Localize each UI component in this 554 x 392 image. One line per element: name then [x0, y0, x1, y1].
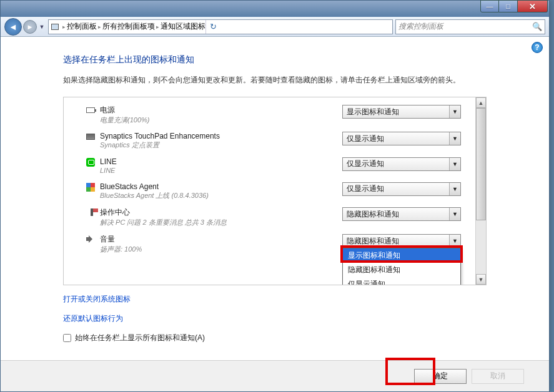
chevron-down-icon: ▼	[449, 208, 460, 220]
chevron-down-icon: ▼	[449, 132, 460, 145]
footer-bar: 确定 取消	[1, 360, 549, 391]
battery-icon	[86, 107, 95, 113]
item-sub: 扬声器: 100%	[100, 245, 336, 253]
item-sub: 解决 PC 问题 2 条重要消息 总共 3 条消息	[100, 218, 336, 227]
history-dropdown[interactable]: ▼	[38, 24, 46, 30]
breadcrumb-sep: ▸	[156, 24, 159, 30]
breadcrumb-sep: ▸	[62, 24, 66, 30]
flag-icon	[91, 208, 93, 216]
behavior-combo[interactable]: 显示图标和通知 ▼	[342, 105, 461, 119]
refresh-button[interactable]: ↻	[205, 20, 220, 34]
search-input[interactable]: 搜索控制面板 🔍	[395, 19, 545, 34]
ok-button[interactable]: 确定	[414, 369, 467, 384]
chevron-down-icon: ▼	[449, 105, 460, 118]
always-show-row: 始终在任务栏上显示所有图标和通知(A)	[63, 333, 487, 343]
window-buttons: — □ ✕	[480, 0, 548, 12]
list-item: 电源 电量充满(100%) 显示图标和通知 ▼	[64, 101, 486, 128]
scroll-thumb[interactable]	[476, 108, 486, 220]
item-sub: 电量充满(100%)	[100, 115, 336, 124]
volume-icon	[86, 235, 95, 243]
breadcrumb-item[interactable]: 控制面板	[67, 21, 97, 32]
list-item: BlueStacks Agent BlueStacks Agent 上线 (0.…	[64, 179, 486, 203]
item-name: 电源	[100, 105, 336, 115]
cancel-button[interactable]: 取消	[472, 369, 524, 384]
behavior-dropdown: 显示图标和通知 隐藏图标和通知 仅显示通知	[342, 248, 461, 285]
computer-icon	[51, 24, 59, 30]
search-icon[interactable]: 🔍	[532, 22, 542, 31]
page-title: 选择在任务栏上出现的图标和通知	[63, 54, 487, 66]
restore-defaults-link[interactable]: 还原默认图标行为	[63, 314, 123, 323]
item-name: LINE	[100, 157, 336, 166]
combo-value: 隐藏图标和通知	[347, 209, 399, 220]
system-icons-link[interactable]: 打开或关闭系统图标	[63, 295, 131, 303]
list-item: 操作中心 解决 PC 问题 2 条重要消息 总共 3 条消息 隐藏图标和通知 ▼	[64, 203, 486, 230]
behavior-combo[interactable]: 仅显示通知 ▼	[342, 157, 461, 171]
combo-value: 仅显示通知	[347, 159, 384, 169]
chevron-down-icon: ▼	[449, 158, 460, 170]
behavior-combo[interactable]: 隐藏图标和通知 ▼	[342, 234, 461, 248]
bluestacks-icon	[86, 183, 95, 192]
scrollbar[interactable]: ▲ ▼	[475, 97, 486, 285]
list-item: 音量 扬声器: 100% 隐藏图标和通知 ▼ 显示图标和通知 隐藏图标和通知 仅…	[64, 230, 486, 257]
item-sub: BlueStacks Agent 上线 (0.8.4.3036)	[100, 191, 336, 200]
chevron-down-icon: ▼	[449, 183, 460, 195]
address-bar[interactable]: ▸ 控制面板 ▸ 所有控制面板项 ▸ 通知区域图标 ↻	[48, 19, 393, 34]
item-name: 音量	[100, 234, 336, 245]
maximize-button[interactable]: □	[499, 0, 518, 12]
list-item: Synaptics TouchPad Enhancements Synaptic…	[64, 128, 486, 153]
item-name: Synaptics TouchPad Enhancements	[100, 132, 336, 140]
close-button[interactable]: ✕	[518, 0, 548, 12]
breadcrumb-item[interactable]: 通知区域图标	[161, 21, 205, 32]
minimize-button[interactable]: —	[480, 0, 499, 12]
help-icon[interactable]: ?	[532, 42, 543, 53]
list-item: LINE LINE 仅显示通知 ▼	[64, 154, 486, 179]
always-show-checkbox[interactable]	[63, 334, 71, 342]
chevron-down-icon: ▼	[449, 235, 460, 247]
scroll-down-button[interactable]: ▼	[476, 274, 486, 285]
dropdown-option-show[interactable]: 显示图标和通知	[343, 248, 460, 263]
behavior-combo[interactable]: 隐藏图标和通知 ▼	[342, 207, 461, 221]
behavior-combo[interactable]: 仅显示通知 ▼	[342, 182, 461, 196]
notification-icon-list: 电源 电量充满(100%) 显示图标和通知 ▼ Synaptics TouchP…	[63, 97, 487, 285]
behavior-combo[interactable]: 仅显示通知 ▼	[342, 132, 461, 145]
touchpad-icon	[86, 134, 95, 140]
combo-value: 显示图标和通知	[347, 107, 399, 117]
breadcrumb-sep: ▸	[98, 24, 101, 30]
combo-value: 隐藏图标和通知	[347, 236, 399, 247]
control-panel-window: — □ ✕ ◄ ► ▼ ▸ 控制面板 ▸ 所有控制面板项 ▸ 通知区域图标 ↻ …	[0, 0, 550, 392]
window-titlebar: — □ ✕	[1, 1, 549, 17]
navigation-bar: ◄ ► ▼ ▸ 控制面板 ▸ 所有控制面板项 ▸ 通知区域图标 ↻ 搜索控制面板…	[1, 17, 549, 37]
forward-button[interactable]: ►	[23, 20, 37, 34]
always-show-label: 始终在任务栏上显示所有图标和通知(A)	[75, 333, 205, 343]
combo-value: 仅显示通知	[347, 134, 384, 144]
combo-value: 仅显示通知	[347, 184, 384, 194]
line-icon	[86, 158, 95, 167]
item-sub: Synaptics 定点装置	[100, 140, 336, 149]
back-button[interactable]: ◄	[4, 18, 22, 36]
breadcrumb-item[interactable]: 所有控制面板项	[102, 21, 155, 32]
dropdown-option-hide[interactable]: 隐藏图标和通知	[343, 263, 460, 277]
item-name: BlueStacks Agent	[100, 182, 336, 191]
content-pane: ? 选择在任务栏上出现的图标和通知 如果选择隐藏图标和通知，则不会向您通知更改和…	[1, 37, 549, 391]
page-description: 如果选择隐藏图标和通知，则不会向您通知更改和更新。若要随时查看隐藏的图标，请单击…	[63, 74, 487, 86]
item-sub: LINE	[100, 166, 336, 175]
dropdown-option-notify[interactable]: 仅显示通知	[343, 277, 460, 285]
item-name: 操作中心	[100, 207, 336, 218]
scroll-up-button[interactable]: ▲	[476, 97, 486, 108]
search-placeholder: 搜索控制面板	[398, 21, 443, 32]
